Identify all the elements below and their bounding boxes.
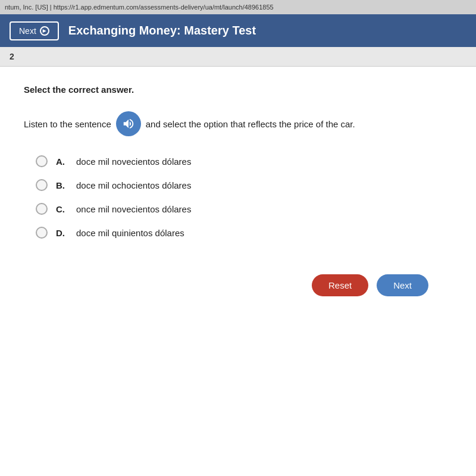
question-prompt: Listen to the sentence and select the op… <box>24 111 452 136</box>
nav-next-button[interactable]: Next ► <box>10 21 59 40</box>
prompt-after: and select the option that reflects the … <box>146 119 355 129</box>
reset-button[interactable]: Reset <box>312 274 368 296</box>
answer-text-a: doce mil novecientos dólares <box>76 156 191 167</box>
question-content: Select the correct answer. Listen to the… <box>0 67 476 314</box>
answer-choices: A. doce mil novecientos dólares B. doce … <box>36 155 452 239</box>
bottom-buttons: Reset Next <box>24 274 452 296</box>
answer-letter-d: D. <box>56 228 68 238</box>
radio-b[interactable] <box>36 179 48 191</box>
nav-title: Exchanging Money: Mastery Test <box>68 24 256 37</box>
browser-bar: ntum, Inc. [US] | https://r1.app.edmentu… <box>0 0 476 14</box>
answer-item-b[interactable]: B. doce mil ochocientos dólares <box>36 179 452 191</box>
answer-letter-c: C. <box>56 204 68 214</box>
nav-bar: Next ► Exchanging Money: Mastery Test <box>0 14 476 47</box>
speaker-icon <box>122 117 135 130</box>
question-number: 2 <box>10 52 14 61</box>
answer-item-a[interactable]: A. doce mil novecientos dólares <box>36 155 452 167</box>
question-number-box: 2 <box>0 47 476 67</box>
instruction-text: Select the correct answer. <box>24 84 452 95</box>
answer-text-c: once mil novecientos dólares <box>76 204 191 214</box>
radio-c[interactable] <box>36 203 48 215</box>
audio-button[interactable] <box>116 111 141 136</box>
main-content: 2 Select the correct answer. Listen to t… <box>0 47 476 476</box>
answer-letter-b: B. <box>56 180 68 190</box>
prompt-before: Listen to the sentence <box>24 119 111 129</box>
nav-next-label: Next <box>19 26 36 36</box>
radio-d[interactable] <box>36 227 48 239</box>
radio-a[interactable] <box>36 155 48 167</box>
next-button[interactable]: Next <box>377 274 428 296</box>
answer-text-b: doce mil ochocientos dólares <box>76 180 191 190</box>
browser-url: ntum, Inc. [US] | https://r1.app.edmentu… <box>5 4 471 11</box>
answer-text-d: doce mil quinientos dólares <box>76 228 184 238</box>
answer-letter-a: A. <box>56 156 68 167</box>
nav-next-arrow-icon: ► <box>40 26 49 36</box>
answer-item-c[interactable]: C. once mil novecientos dólares <box>36 203 452 215</box>
answer-item-d[interactable]: D. doce mil quinientos dólares <box>36 227 452 239</box>
